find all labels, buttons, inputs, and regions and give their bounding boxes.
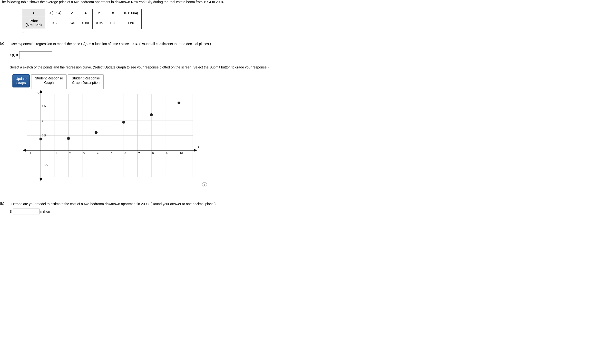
- graph-container: UpdateGraph Student ResponseGraph Studen…: [10, 72, 205, 187]
- table-cell: 1.60: [120, 17, 142, 29]
- graph-area[interactable]: −112345678910−0.50.511.5Pt i: [13, 89, 203, 187]
- svg-text:8: 8: [152, 151, 154, 155]
- update-graph-button[interactable]: UpdateGraph: [13, 74, 30, 88]
- svg-point-42: [67, 137, 70, 140]
- part-a-label: (a): [0, 41, 10, 45]
- table-cell: 1.20: [106, 17, 120, 29]
- svg-text:10: 10: [180, 151, 183, 155]
- svg-text:9: 9: [166, 151, 168, 155]
- svg-marker-20: [23, 149, 26, 152]
- tab-student-response-description[interactable]: Student ResponseGraph Description: [68, 74, 103, 89]
- svg-text:−0.5: −0.5: [42, 163, 48, 167]
- table-cell: 0.38: [45, 17, 65, 29]
- table-cell: 10 (2004): [120, 9, 142, 17]
- svg-text:3: 3: [83, 151, 85, 155]
- svg-text:0.5: 0.5: [42, 133, 46, 137]
- table-cell: 4: [79, 9, 92, 17]
- table-cell: 0 (1994): [45, 9, 65, 17]
- svg-point-44: [122, 121, 125, 124]
- svg-point-41: [39, 138, 42, 141]
- part-b-label: (b): [0, 201, 10, 205]
- svg-text:7: 7: [138, 151, 140, 155]
- svg-text:1: 1: [55, 151, 57, 155]
- dollar-sign: $: [10, 209, 12, 213]
- svg-point-43: [94, 131, 97, 134]
- expand-icon[interactable]: +: [22, 30, 605, 34]
- svg-text:6: 6: [125, 151, 126, 155]
- intro-text: The following table shows the average pr…: [0, 0, 605, 4]
- pt-answer-input[interactable]: [19, 52, 52, 59]
- info-icon[interactable]: i: [202, 182, 207, 187]
- tab-student-response-graph[interactable]: Student ResponseGraph: [31, 74, 66, 89]
- svg-text:1.5: 1.5: [42, 104, 46, 108]
- svg-marker-23: [39, 178, 42, 181]
- unit-million: million: [40, 209, 50, 213]
- svg-point-46: [177, 102, 180, 104]
- table-cell: 8: [106, 9, 120, 17]
- svg-text:1: 1: [42, 119, 44, 123]
- table-row2-label: Price ($ million): [22, 17, 45, 29]
- svg-text:2: 2: [69, 151, 71, 155]
- scatter-chart: −112345678910−0.50.511.5Pt: [13, 89, 203, 187]
- svg-text:t: t: [198, 145, 199, 149]
- cost-answer-input[interactable]: [13, 208, 39, 214]
- svg-point-45: [150, 113, 153, 116]
- svg-text:−1: −1: [28, 151, 31, 155]
- table-cell: 0.60: [79, 17, 92, 29]
- svg-text:P: P: [36, 92, 39, 96]
- table-cell: 2: [65, 9, 79, 17]
- select-sketch-text: Select a sketch of the points and the re…: [10, 65, 605, 69]
- part-a-question: Use exponential regression to model the …: [11, 42, 211, 46]
- table-cell: 0.40: [65, 17, 79, 29]
- equation-line: P(t) =: [10, 52, 605, 59]
- svg-marker-22: [39, 90, 42, 93]
- svg-marker-19: [194, 149, 197, 152]
- table-row1-label: t: [22, 9, 45, 17]
- part-b-question: Extrapolate your model to estimate the c…: [11, 202, 215, 206]
- table-cell: 6: [92, 9, 106, 17]
- data-table: t 0 (1994) 2 4 6 8 10 (2004) Price ($ mi…: [22, 9, 142, 29]
- svg-text:5: 5: [111, 151, 112, 155]
- table-cell: 0.95: [92, 17, 106, 29]
- svg-text:4: 4: [97, 151, 98, 155]
